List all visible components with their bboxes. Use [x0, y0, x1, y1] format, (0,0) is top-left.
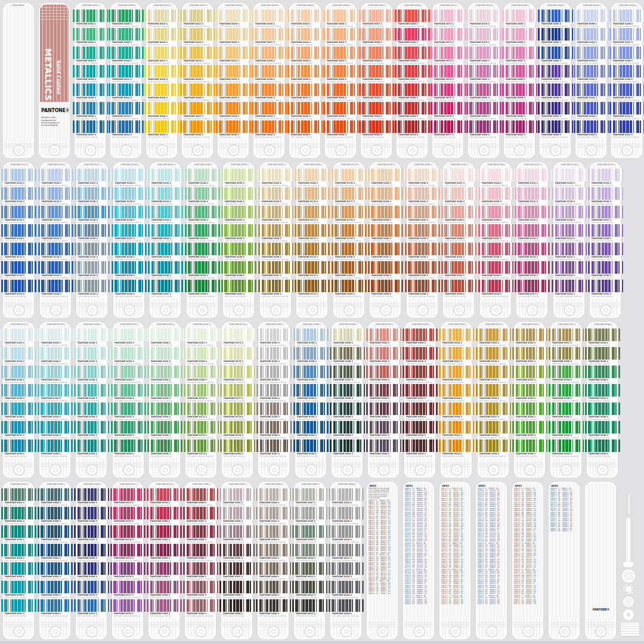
swatch-label: PANTONE 8102 Cwith specialty coating — [575, 78, 606, 83]
swatch-band — [1, 169, 36, 181]
swatch-label: PANTONE 8167 Cwith gloss aqueous coating — [260, 274, 291, 280]
swatch-label: PANTONE 8341 Cwith gloss aqueous coating — [550, 415, 581, 421]
cover-subtitle: Solid Coated — [55, 60, 61, 94]
swatch-label-text: PANTONE 8090 Cwith specialty coating — [506, 115, 535, 120]
swatch-band — [514, 224, 550, 237]
swatch-coating-note: with gloss aqueous coating — [41, 559, 70, 562]
strip-header-text: PANTONE 8162 C — [268, 163, 283, 166]
swatch-coating-note: with gloss aqueous coating — [188, 203, 218, 205]
swatch-coating-note: with specialty coating — [370, 344, 399, 346]
swatch-coating-note: with specialty coating — [577, 25, 606, 27]
swatch-coating-note: with gloss aqueous coating — [470, 80, 499, 83]
swatch-coating-note: with gloss aqueous coating — [332, 541, 361, 543]
swatch-band — [287, 102, 323, 114]
swatch-band — [108, 120, 144, 133]
swatch-band — [331, 169, 367, 181]
swatch-coating-note: with gloss aqueous coating — [115, 295, 144, 298]
swatch-band — [367, 224, 403, 237]
swatch-coating-note: with specialty coating — [298, 277, 327, 279]
swatch-label-text: PANTONE 8309 Cwith gloss aqueous coating — [406, 342, 435, 346]
swatch-label-text: PANTONE 8049 Cwith specialty coating — [291, 134, 320, 138]
swatch-coating-note: with gloss aqueous coating — [479, 363, 509, 365]
swatch-label-text: PANTONE 8400 Cwith gloss aqueous coating — [259, 501, 289, 506]
strip-header-text: PANTONE 8246 C — [83, 323, 99, 326]
strip-tail — [332, 458, 363, 478]
swatch-band — [146, 544, 182, 556]
swatch-label-text: PANTONE 8409 Cwith specialty coating — [296, 538, 325, 543]
color-strip: PANTONE 8176 CPANTONE 8176 Cwith gloss a… — [333, 162, 364, 318]
color-strip: PANTONE 8022 CPANTONE 8022 Cwith gloss a… — [182, 3, 213, 158]
strip-rivet-inner — [52, 148, 57, 153]
swatch-label: PANTONE 8229 Cwith specialty coating — [590, 255, 621, 261]
swatch-label: PANTONE 8325 Cwith gloss aqueous coating — [478, 378, 509, 384]
swatch-label: PANTONE 8209 Cwith gloss aqueous coating — [480, 274, 511, 280]
swatch-label-text: PANTONE 8010 Cwith gloss aqueous coating — [112, 60, 141, 64]
swatch-band — [74, 187, 110, 200]
swatch-coating-note: with gloss aqueous coating — [42, 203, 71, 205]
swatch-label-text: PANTONE 8054 Cwith gloss aqueous coating — [327, 97, 356, 101]
swatch-label: PANTONE 8059 Cwith specialty coating — [361, 59, 392, 65]
swatch-label: PANTONE 8344 Cwith specialty coating — [587, 341, 618, 347]
swatch-band — [292, 544, 327, 556]
strip-tail — [587, 458, 618, 478]
swatch-label-text: PANTONE 8336 Cwith specialty coating — [516, 453, 545, 457]
swatch-label-text: PANTONE 8300 Cwith gloss aqueous coating — [333, 434, 363, 439]
swatch-label: PANTONE 8379 Cwith specialty coating — [148, 501, 179, 507]
strip-header: PANTONE 8197 C — [443, 163, 474, 168]
swatch-coating-note: with specialty coating — [219, 80, 249, 83]
swatch-label: PANTONE 8368 Cwith specialty coating — [76, 556, 107, 562]
strip-rivet-hole — [600, 304, 612, 316]
swatch-coating-note: with gloss aqueous coating — [398, 62, 428, 64]
swatch-coating-note: with gloss aqueous coating — [262, 221, 291, 224]
swatch-label: PANTONE 8164 Cwith gloss aqueous coating — [260, 218, 291, 224]
swatch-band — [404, 169, 440, 181]
strip-tail — [468, 139, 499, 158]
swatch-coating-note: with gloss aqueous coating — [41, 363, 70, 365]
swatch-coating-note: with specialty coating — [78, 522, 107, 525]
swatch-band — [72, 120, 108, 133]
swatch-label: PANTONE 8199 Cwith specialty coating — [443, 218, 474, 224]
swatch-band — [256, 329, 292, 341]
swatch-band — [1, 384, 36, 397]
swatch-coating-note: with specialty coating — [78, 615, 107, 617]
swatch-coating-note: with specialty coating — [506, 99, 535, 101]
swatch-label: PANTONE 8011 Cwith gloss aqueous coating — [110, 78, 141, 83]
swatch-band — [394, 65, 430, 78]
swatch-coating-note: with gloss aqueous coating — [406, 344, 435, 346]
strip-tail — [443, 298, 474, 318]
swatch-label-text: PANTONE 8075 Cwith specialty coating — [434, 97, 463, 101]
swatch-label-text: PANTONE 8391 Cwith gloss aqueous coating — [187, 594, 216, 599]
swatch-coating-note: with gloss aqueous coating — [187, 596, 216, 599]
strip-tail — [113, 298, 144, 318]
swatch-coating-note: with gloss aqueous coating — [408, 184, 438, 187]
swatch-label-text: PANTONE 8091 Cwith specialty coating — [506, 134, 535, 138]
swatch-label-text: PANTONE 8100 Cwith specialty coating — [577, 41, 606, 46]
swatch-label-text: PANTONE 8385 Cwith specialty coating — [150, 612, 179, 617]
color-strip: PANTONE 8330 CPANTONE 8330 Cwith special… — [514, 322, 545, 478]
swatch-label-text: PANTONE 8365 Cwith specialty coating — [78, 501, 107, 506]
swatch-band — [331, 187, 367, 200]
swatch-coating-note: with specialty coating — [224, 363, 253, 365]
strip-rivet-hole — [306, 304, 318, 316]
swatch-label-text: PANTONE 8188 Cwith specialty coating — [371, 274, 401, 279]
swatch-label: PANTONE 8039 Cwith gloss aqueous coating — [253, 78, 284, 83]
swatch-coating-note: with gloss aqueous coating — [327, 99, 356, 101]
swatch-label-text: PANTONE 8117 Cwith specialty coating — [5, 256, 34, 261]
swatch-band — [367, 280, 403, 292]
swatch-band — [37, 366, 73, 378]
swatch-band — [108, 28, 144, 41]
swatch-label: PANTONE 8066 Cwith gloss aqueous coating — [397, 59, 428, 65]
swatch-band — [73, 384, 109, 397]
swatch-label: PANTONE 8055 Cwith gloss aqueous coating — [325, 114, 356, 120]
swatch-coating-note: with gloss aqueous coating — [188, 221, 218, 224]
swatch-band — [111, 224, 147, 237]
swatch-label-text: PANTONE 8205 Cwith gloss aqueous coating — [482, 200, 511, 205]
swatch-label-text: PANTONE 8218 Cwith gloss aqueous coating — [555, 182, 584, 187]
swatch-label: PANTONE 8001 Cwith specialty coating — [75, 22, 106, 28]
strip-rivet-inner — [347, 308, 352, 312]
swatch-band — [219, 384, 255, 397]
swatch-label: PANTONE 8243 Cwith gloss aqueous coating — [39, 415, 70, 421]
swatch-label: PANTONE 8361 Cwith gloss aqueous coating — [39, 556, 70, 562]
swatch-label: PANTONE 8292 Cwith specialty coating — [295, 415, 326, 421]
swatch-coating-note: with specialty coating — [371, 221, 401, 224]
